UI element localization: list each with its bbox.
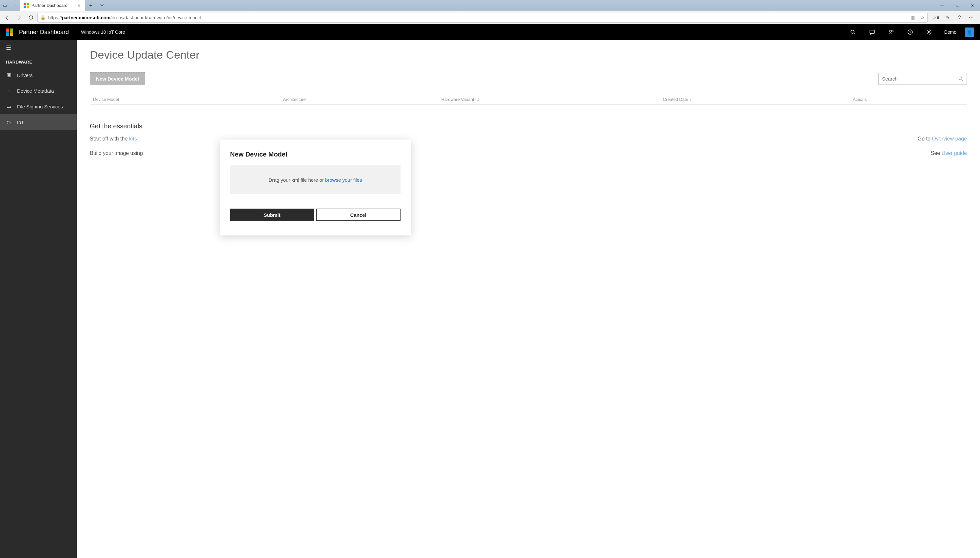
kits-link[interactable]: kits	[129, 136, 137, 141]
sidebar-item-label: Device Metadata	[17, 88, 54, 94]
tab-group-2-icon[interactable]: ▫	[10, 0, 20, 11]
essentials-right-1: Go to Overview page	[918, 136, 967, 142]
driver-icon: ▣	[6, 72, 12, 78]
new-device-model-button[interactable]: New Device Model	[90, 72, 145, 85]
window-controls: — ☐ ✕	[935, 0, 980, 11]
essentials-right-2: See User guide	[931, 150, 967, 156]
svg-point-5	[928, 31, 930, 33]
app-subtitle: Windows 10 IoT Core	[81, 30, 125, 35]
tab-title: Partner Dashboard	[31, 3, 68, 8]
header-settings-icon[interactable]	[922, 29, 936, 35]
app-header: Partner Dashboard Windows 10 IoT Core ? …	[0, 24, 980, 40]
dialog-title: New Device Model	[230, 151, 400, 158]
drop-text: Drag your xml file here or	[269, 177, 324, 183]
col-device-model[interactable]: Device Model	[93, 97, 283, 102]
col-architecture[interactable]: Architecture	[283, 97, 441, 102]
sidebar-item-device-metadata[interactable]: ≡ Device Metadata	[0, 83, 77, 98]
sidebar-item-label: Drivers	[17, 72, 33, 78]
svg-point-6	[959, 77, 962, 80]
essentials-left-1: Start off with the kits	[90, 136, 137, 142]
file-drop-zone[interactable]: Drag your xml file here or browse your f…	[230, 166, 400, 194]
user-guide-link[interactable]: User guide	[942, 150, 967, 156]
app-title: Partner Dashboard	[19, 29, 69, 36]
window-maximize-button[interactable]: ☐	[950, 0, 965, 11]
search-icon[interactable]	[959, 76, 963, 81]
share-icon[interactable]: ⇪	[954, 13, 964, 23]
header-search-icon[interactable]	[847, 30, 860, 35]
table-header: Device Model Architecture Hardware Varia…	[90, 94, 967, 105]
page-title: Device Update Center	[90, 48, 967, 61]
svg-rect-1	[870, 30, 875, 33]
sidebar-item-label: File Signing Services	[17, 104, 63, 109]
window-close-button[interactable]: ✕	[965, 0, 980, 11]
search-input[interactable]	[882, 76, 959, 82]
sidebar-item-file-signing[interactable]: ▭ File Signing Services	[0, 98, 77, 114]
notes-icon[interactable]: ✎	[943, 13, 952, 23]
address-field[interactable]: 🔒 https://partner.microsoft.com/en-us/da…	[37, 13, 927, 23]
search-field[interactable]	[878, 73, 967, 85]
new-device-model-dialog: New Device Model Drag your xml file here…	[220, 140, 411, 235]
tab-group-1-icon[interactable]: ▭	[0, 0, 10, 11]
browser-tab-bar: ▭ ▫ Partner Dashboard ✕ ＋ — ☐ ✕	[0, 0, 980, 11]
favorite-icon[interactable]: ☆	[920, 15, 925, 21]
sidebar-category: HARDWARE	[0, 56, 77, 67]
svg-point-2	[889, 30, 891, 32]
svg-text:?: ?	[909, 30, 911, 34]
sidebar-item-drivers[interactable]: ▣ Drivers	[0, 67, 77, 83]
col-actions: Actions	[853, 97, 964, 102]
divider	[75, 28, 75, 36]
header-avatar[interactable]: 👤	[965, 28, 974, 37]
url-text: https://partner.microsoft.com/en-us/dash…	[48, 15, 201, 20]
main-content: Device Update Center New Device Model De…	[77, 40, 980, 558]
iot-icon: ᯾	[6, 120, 12, 125]
metadata-icon: ≡	[6, 88, 12, 94]
submit-button[interactable]: Submit	[230, 208, 314, 221]
essentials-heading: Get the essentials	[90, 123, 967, 130]
reading-view-icon[interactable]: ▥	[911, 15, 916, 21]
lock-icon: 🔒	[40, 15, 46, 20]
sidebar-item-iot[interactable]: ᯾ IoT	[0, 114, 77, 130]
overview-page-link[interactable]: Overview page	[932, 136, 967, 141]
favorites-hub-icon[interactable]: ☆≡	[931, 13, 940, 23]
tab-menu-button[interactable]	[96, 0, 107, 11]
header-feedback-icon[interactable]	[884, 29, 898, 35]
nav-refresh-button[interactable]	[26, 12, 36, 23]
new-tab-button[interactable]: ＋	[85, 0, 96, 11]
browser-address-bar: 🔒 https://partner.microsoft.com/en-us/da…	[0, 11, 980, 24]
header-help-icon[interactable]: ?	[904, 29, 917, 35]
header-username[interactable]: Demo	[944, 30, 956, 35]
browser-tab[interactable]: Partner Dashboard ✕	[20, 0, 85, 11]
essentials-left-2: Build your image using	[90, 150, 143, 156]
sidebar-item-label: IoT	[17, 120, 24, 125]
svg-point-0	[851, 30, 854, 33]
window-minimize-button[interactable]: —	[935, 0, 950, 11]
tab-favicon-icon	[24, 3, 29, 8]
browse-files-link[interactable]: browse your files	[325, 177, 362, 183]
more-icon[interactable]: ⋯	[966, 13, 976, 23]
col-created-date[interactable]: Created Date ↑	[663, 97, 853, 102]
col-hardware-variant-id[interactable]: Hardware Variant ID	[441, 97, 663, 102]
cancel-button[interactable]: Cancel	[316, 208, 400, 221]
nav-forward-button[interactable]	[14, 12, 24, 23]
sidebar-hamburger-icon[interactable]: ☰	[0, 40, 77, 56]
sidebar: ☰ HARDWARE ▣ Drivers ≡ Device Metadata ▭…	[0, 40, 77, 558]
file-icon: ▭	[6, 103, 12, 109]
nav-back-button[interactable]	[2, 12, 12, 23]
microsoft-logo-icon	[6, 28, 13, 36]
header-message-icon[interactable]	[866, 29, 879, 35]
tab-close-icon[interactable]: ✕	[77, 3, 81, 8]
